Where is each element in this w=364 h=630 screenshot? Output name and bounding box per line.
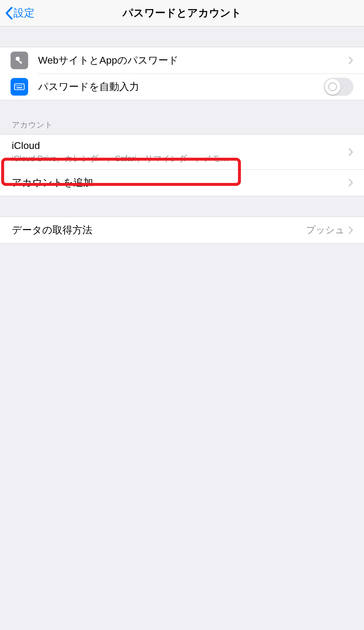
chevron-right-icon [348,178,353,187]
icloud-account-row[interactable]: iCloud iCloud Drive、カレンダー、Safari、リマインダー、… [0,135,364,169]
fetch-new-data-row[interactable]: データの取得方法 プッシュ [0,217,364,243]
fetch-group: データの取得方法 プッシュ [0,217,364,244]
passwords-group: WebサイトとAppのパスワード パスワードを自動入力 [0,47,364,100]
add-account-row[interactable]: アカウントを追加 [0,169,364,196]
chevron-right-icon [348,148,353,157]
fetch-label: データの取得方法 [12,223,306,237]
page-title: パスワードとアカウント [0,6,364,20]
keyboard-icon [11,78,28,96]
chevron-left-icon [5,7,13,20]
icloud-subtitle: iCloud Drive、カレンダー、Safari、リマインダー、メモとその他1… [12,153,234,164]
website-app-passwords-row[interactable]: WebサイトとAppのパスワード [0,47,364,74]
icloud-title: iCloud [12,140,348,151]
back-button[interactable]: 設定 [0,6,35,20]
website-app-passwords-label: WebサイトとAppのパスワード [38,54,348,67]
svg-rect-3 [14,84,24,90]
back-label: 設定 [13,6,35,20]
navbar: 設定 パスワードとアカウント [0,0,364,26]
accounts-group: iCloud iCloud Drive、カレンダー、Safari、リマインダー、… [0,134,364,196]
autofill-passwords-label: パスワードを自動入力 [38,80,324,94]
key-icon [11,52,28,69]
autofill-passwords-row: パスワードを自動入力 [0,74,364,100]
fetch-value: プッシュ [306,224,345,237]
chevron-right-icon [348,226,353,235]
autofill-toggle[interactable] [324,78,353,96]
add-account-label: アカウントを追加 [12,176,348,189]
accounts-section-header: アカウント [0,116,364,134]
chevron-right-icon [348,56,353,65]
